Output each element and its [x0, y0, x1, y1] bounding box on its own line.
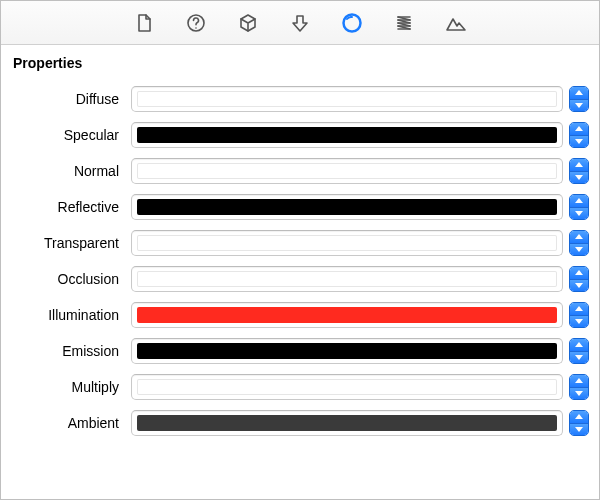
inspector-tab-bar [1, 1, 599, 45]
value-stepper[interactable] [569, 122, 589, 148]
stepper-up-icon[interactable] [570, 303, 588, 315]
value-stepper[interactable] [569, 158, 589, 184]
property-label: Occlusion [11, 271, 131, 287]
value-stepper[interactable] [569, 410, 589, 436]
property-label: Emission [11, 343, 131, 359]
color-swatch [137, 163, 557, 179]
color-well[interactable] [131, 266, 563, 292]
property-row: Reflective [11, 189, 589, 225]
document-icon[interactable] [133, 12, 155, 34]
property-label: Ambient [11, 415, 131, 431]
color-swatch [137, 127, 557, 143]
stepper-down-icon[interactable] [570, 279, 588, 292]
stepper-up-icon[interactable] [570, 267, 588, 279]
property-label: Transparent [11, 235, 131, 251]
color-swatch [137, 379, 557, 395]
value-stepper[interactable] [569, 302, 589, 328]
color-well[interactable] [131, 410, 563, 436]
color-well[interactable] [131, 122, 563, 148]
color-well[interactable] [131, 374, 563, 400]
property-row: Illumination [11, 297, 589, 333]
property-label: Diffuse [11, 91, 131, 107]
down-arrow-icon[interactable] [289, 12, 311, 34]
property-row: Normal [11, 153, 589, 189]
stepper-down-icon[interactable] [570, 171, 588, 184]
stepper-down-icon[interactable] [570, 315, 588, 328]
stepper-up-icon[interactable] [570, 231, 588, 243]
stepper-down-icon[interactable] [570, 99, 588, 112]
color-swatch [137, 415, 557, 431]
value-stepper[interactable] [569, 338, 589, 364]
property-label: Illumination [11, 307, 131, 323]
help-icon[interactable] [185, 12, 207, 34]
stepper-down-icon[interactable] [570, 423, 588, 436]
color-swatch [137, 307, 557, 323]
properties-section: Properties DiffuseSpecularNormalReflecti… [1, 45, 599, 451]
stepper-down-icon[interactable] [570, 207, 588, 220]
property-row: Occlusion [11, 261, 589, 297]
value-stepper[interactable] [569, 266, 589, 292]
sphere-icon[interactable] [341, 12, 363, 34]
cube-icon[interactable] [237, 12, 259, 34]
value-stepper[interactable] [569, 374, 589, 400]
property-row: Transparent [11, 225, 589, 261]
stepper-up-icon[interactable] [570, 375, 588, 387]
color-well[interactable] [131, 230, 563, 256]
stepper-down-icon[interactable] [570, 351, 588, 364]
section-title: Properties [13, 55, 589, 71]
color-well[interactable] [131, 338, 563, 364]
property-label: Reflective [11, 199, 131, 215]
property-row: Ambient [11, 405, 589, 441]
spring-icon[interactable] [393, 12, 415, 34]
property-label: Multiply [11, 379, 131, 395]
inspector-panel: Properties DiffuseSpecularNormalReflecti… [0, 0, 600, 500]
color-swatch [137, 199, 557, 215]
value-stepper[interactable] [569, 86, 589, 112]
property-label: Normal [11, 163, 131, 179]
color-well[interactable] [131, 194, 563, 220]
stepper-up-icon[interactable] [570, 339, 588, 351]
property-row: Diffuse [11, 81, 589, 117]
property-label: Specular [11, 127, 131, 143]
color-swatch [137, 235, 557, 251]
color-swatch [137, 343, 557, 359]
stepper-down-icon[interactable] [570, 387, 588, 400]
stepper-up-icon[interactable] [570, 159, 588, 171]
mountains-icon[interactable] [445, 12, 467, 34]
color-well[interactable] [131, 86, 563, 112]
color-swatch [137, 271, 557, 287]
stepper-up-icon[interactable] [570, 123, 588, 135]
color-swatch [137, 91, 557, 107]
value-stepper[interactable] [569, 194, 589, 220]
value-stepper[interactable] [569, 230, 589, 256]
property-row: Multiply [11, 369, 589, 405]
stepper-up-icon[interactable] [570, 411, 588, 423]
stepper-up-icon[interactable] [570, 87, 588, 99]
stepper-down-icon[interactable] [570, 243, 588, 256]
stepper-up-icon[interactable] [570, 195, 588, 207]
property-row: Emission [11, 333, 589, 369]
color-well[interactable] [131, 158, 563, 184]
stepper-down-icon[interactable] [570, 135, 588, 148]
color-well[interactable] [131, 302, 563, 328]
property-row: Specular [11, 117, 589, 153]
svg-point-1 [195, 27, 197, 29]
